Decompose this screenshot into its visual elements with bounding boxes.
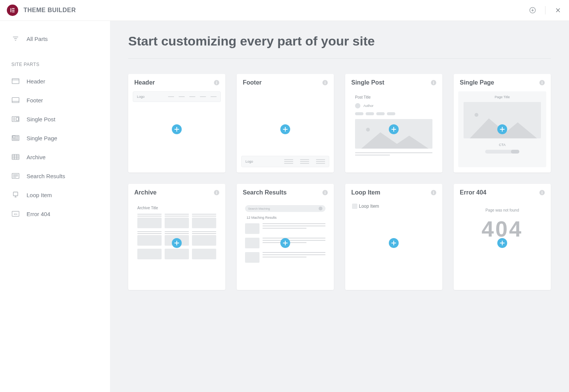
main: Start customizing every part of your sit… [110,21,569,392]
svg-rect-13 [13,192,18,196]
error-404-part-icon: 404 [11,210,20,218]
card-header[interactable]: Header i Logo [128,74,225,172]
sidebar-item-label: Header [27,78,45,85]
separator [545,6,545,14]
card-title: Footer [243,79,262,86]
sidebar-item-single-post[interactable]: Single Post [0,110,110,129]
search-results-part-icon [11,172,20,180]
info-icon[interactable]: i [322,190,328,195]
preview-loop-alt: Loop Item [359,204,379,209]
filter-icon [11,34,20,43]
card-preview-footer: Logo [241,91,329,167]
card-title: Search Results [243,189,287,196]
card-single-page[interactable]: Single Page i Page Title CTA [454,74,551,172]
card-title: Single Post [351,79,384,86]
preview-cta-label: CTA [499,143,505,147]
add-error-404-button[interactable] [497,238,507,248]
card-single-post[interactable]: Single Post i Post Title Author [345,74,442,172]
sidebar-item-loop-item[interactable]: Loop Item [0,185,110,204]
sidebar-item-label: Search Results [27,173,65,179]
info-icon[interactable]: i [431,190,436,195]
preview-page-title: Page Title [495,95,510,99]
sidebar-item-label: Loop Item [27,192,52,198]
card-error-404[interactable]: Error 404 i Page was not found 404 [454,184,551,290]
card-archive[interactable]: Archive i Archive Title [128,184,225,290]
info-icon[interactable]: i [431,80,436,85]
preview-logo-label: Logo [245,160,253,163]
sidebar-item-search-results[interactable]: Search Results [0,166,110,185]
sidebar-all-parts[interactable]: All Parts [0,29,110,48]
add-single-post-button[interactable] [389,124,399,134]
svg-rect-8 [16,118,19,121]
svg-rect-6 [12,97,19,102]
cards-grid: Header i Logo Footer i [128,74,551,290]
card-preview-search-results: Search Maching 12 Maching Results [241,201,329,285]
elementor-logo-icon [7,5,18,16]
app-title: THEME BUILDER [24,7,76,14]
add-footer-button[interactable] [280,124,290,134]
topbar: THEME BUILDER [0,0,569,21]
preview-author-label: Author [363,104,374,108]
preview-404-message: Page was not found [486,208,519,212]
topbar-actions [528,6,562,14]
svg-rect-11 [12,154,19,159]
add-loop-item-button[interactable] [389,238,399,248]
sidebar-section-label: SITE PARTS [0,48,110,72]
sidebar-item-error-404[interactable]: 404 Error 404 [0,204,110,223]
avatar-icon [355,103,360,108]
info-icon[interactable]: i [539,80,545,85]
sidebar-item-label: Single Page [27,135,57,141]
header-part-icon [11,77,20,85]
svg-rect-0 [11,8,11,13]
sidebar-item-label: Archive [27,154,46,160]
single-post-part-icon [11,115,20,123]
card-loop-item[interactable]: Loop Item i Loop Item [345,184,442,290]
add-search-results-button[interactable] [280,238,290,248]
info-icon[interactable]: i [322,80,328,85]
sidebar-item-label: Footer [27,97,43,103]
add-header-button[interactable] [172,124,182,134]
card-preview-loop-item: Loop Item [350,201,438,285]
preview-results-count: 12 Maching Results [245,216,325,220]
page-title: Start customizing every part of your sit… [128,34,551,59]
info-icon[interactable]: i [214,80,219,85]
preview-404-code: 404 [482,216,523,241]
add-single-page-button[interactable] [497,124,507,134]
card-search-results[interactable]: Search Results i Search Maching 12 Machi… [237,184,334,290]
card-title: Error 404 [460,189,486,196]
preview-search-placeholder: Search Maching [248,207,270,210]
svg-text:404: 404 [14,213,17,215]
single-page-part-icon [11,134,20,142]
preview-logo-label: Logo [137,95,145,99]
close-icon[interactable] [554,6,562,14]
sidebar-item-label: Error 404 [27,211,50,217]
sidebar: All Parts SITE PARTS Header Footer Singl… [0,21,110,392]
card-title: Loop Item [351,189,380,196]
card-preview-single-page: Page Title CTA [458,91,546,167]
footer-part-icon [11,96,20,104]
preview-archive-title: Archive Title [137,206,216,210]
sidebar-item-header[interactable]: Header [0,72,110,91]
broken-image-icon: Loop Item [352,204,379,209]
svg-rect-3 [12,11,15,12]
sidebar-item-label: Single Post [27,116,55,122]
brand: THEME BUILDER [7,5,76,16]
info-icon[interactable]: i [214,190,219,195]
sidebar-item-footer[interactable]: Footer [0,91,110,110]
sidebar-all-parts-label: All Parts [27,36,48,42]
add-archive-button[interactable] [172,238,182,248]
card-preview-header: Logo [133,91,221,167]
search-submit-icon [319,207,322,210]
archive-part-icon [11,153,20,161]
preview-post-title: Post Title [355,95,432,99]
svg-rect-2 [12,10,15,11]
info-icon[interactable]: i [539,190,545,195]
download-icon[interactable] [528,6,537,14]
sidebar-item-single-page[interactable]: Single Page [0,129,110,147]
sidebar-item-archive[interactable]: Archive [0,147,110,166]
card-footer[interactable]: Footer i Logo [237,74,334,172]
loop-item-part-icon [11,191,20,199]
card-preview-error-404: Page was not found 404 [458,201,546,285]
svg-rect-5 [12,78,19,83]
card-preview-archive: Archive Title [133,201,221,285]
